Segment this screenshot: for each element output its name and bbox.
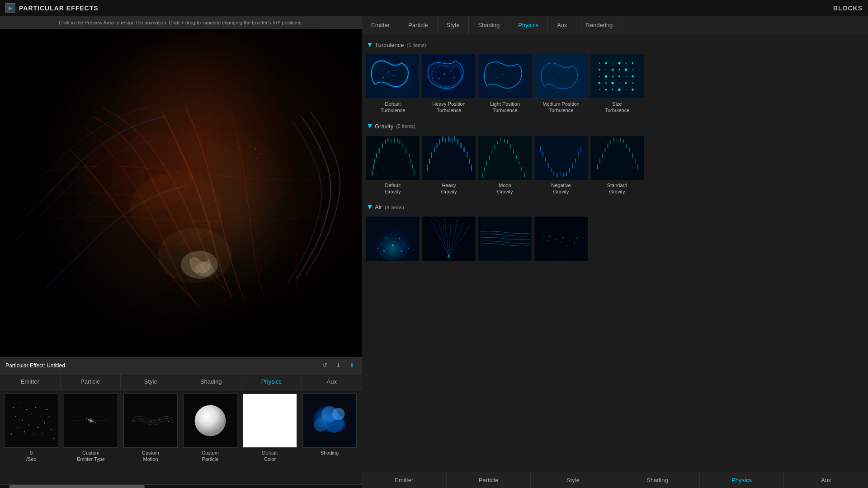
grid-air-4[interactable] [534, 216, 588, 263]
svg-rect-244 [563, 173, 564, 177]
svg-rect-235 [486, 161, 487, 165]
grid-default-gravity[interactable]: DefaultGravity [366, 135, 420, 195]
right-tab-rendering[interactable]: Rendering [576, 16, 622, 34]
svg-point-159 [612, 63, 613, 64]
svg-point-32 [10, 433, 12, 435]
svg-rect-272 [637, 164, 638, 169]
tab-emitter[interactable]: Emitter [0, 374, 61, 389]
preset-thumb-emitter [64, 394, 118, 448]
right-tab-emitter[interactable]: Emitter [362, 16, 399, 34]
save-icon[interactable]: ⬇ [334, 361, 343, 370]
svg-rect-220 [429, 159, 430, 164]
svg-point-8 [74, 241, 75, 242]
svg-point-46 [159, 419, 160, 420]
preset-shading[interactable]: Shading [300, 394, 359, 456]
svg-point-25 [33, 434, 34, 435]
scrollbar-thumb[interactable] [9, 485, 145, 488]
air-toggle[interactable] [368, 205, 372, 210]
svg-point-307 [574, 243, 575, 244]
preset-emitter-type[interactable]: CustomEmitter Type [61, 394, 120, 463]
reset-icon[interactable]: ↺ [320, 361, 329, 370]
right-tab-physics[interactable]: Physics [509, 16, 548, 34]
thumb-default-turbulence [366, 54, 420, 99]
svg-rect-253 [542, 152, 543, 157]
air-section-header[interactable]: Air (9 items) [366, 200, 864, 214]
grid-label-medium-turbulence: Medium PositionTurbulence [542, 101, 579, 114]
svg-point-186 [632, 89, 634, 91]
right-bottom-tab-particle[interactable]: Particle [447, 472, 531, 488]
right-tab-aux[interactable]: Aux [548, 16, 576, 34]
preset-motion[interactable]: CustomMotion [121, 394, 180, 463]
grid-air-1[interactable] [366, 216, 420, 263]
preset-thumb-color [243, 394, 297, 448]
svg-point-296 [549, 236, 551, 237]
right-bottom-tab-shading[interactable]: Shading [615, 472, 700, 488]
turbulence-toggle[interactable] [368, 43, 372, 47]
svg-rect-256 [580, 147, 581, 152]
grid-default-turbulence[interactable]: DefaultTurbulence [366, 54, 420, 114]
air-label: Air [375, 204, 382, 211]
preset-partial[interactable]: 0/Sec [2, 394, 61, 463]
svg-point-185 [626, 89, 627, 90]
svg-point-152 [562, 77, 563, 78]
svg-rect-240 [524, 173, 524, 177]
svg-point-21 [40, 416, 41, 417]
grid-moon-gravity[interactable]: MoonGravity [478, 135, 532, 195]
status-text: Particular Effect: Untitled [5, 362, 65, 369]
svg-rect-222 [427, 164, 428, 171]
gravity-toggle[interactable] [368, 124, 372, 128]
tab-aux[interactable]: Aux [302, 374, 362, 389]
svg-rect-270 [635, 159, 635, 164]
right-bottom-tab-style[interactable]: Style [531, 472, 615, 488]
svg-rect-221 [469, 159, 470, 164]
svg-rect-227 [497, 141, 498, 144]
svg-rect-251 [545, 158, 546, 162]
svg-rect-239 [482, 173, 482, 177]
svg-rect-215 [460, 142, 461, 148]
grid-size-turbulence[interactable]: SizeTurbulence [590, 54, 644, 114]
preset-color[interactable]: DefaultColor [241, 394, 299, 463]
svg-point-137 [382, 70, 382, 71]
svg-point-16 [26, 409, 28, 410]
tab-shading[interactable]: Shading [181, 374, 242, 389]
preset-particle[interactable]: CustomParticle [181, 394, 240, 463]
grid-light-turbulence[interactable]: Light PositionTurbulence [478, 54, 532, 114]
tab-style[interactable]: Style [121, 374, 181, 389]
svg-point-182 [605, 89, 607, 90]
thumb-medium-turbulence [534, 54, 588, 99]
svg-rect-263 [607, 143, 608, 148]
right-tab-shading[interactable]: Shading [469, 16, 509, 34]
svg-point-6 [264, 151, 264, 151]
grid-standard-gravity[interactable]: StandardGravity [590, 135, 644, 195]
info-icon[interactable]: ℹ [347, 361, 356, 370]
preview-area[interactable] [0, 29, 362, 357]
grid-air-2[interactable] [422, 216, 476, 263]
blocks-label: BLOCKS [833, 5, 863, 12]
air-count: (9 items) [385, 205, 404, 210]
turbulence-section-header[interactable]: Turbulence (5 items) [366, 38, 864, 52]
tab-particle[interactable]: Particle [61, 374, 121, 389]
svg-rect-249 [548, 163, 549, 168]
grid-negative-gravity[interactable]: NegativeGravity [534, 135, 588, 195]
gravity-section-header[interactable]: Gravity (5 items) [366, 119, 864, 133]
svg-point-49 [195, 405, 226, 436]
right-bottom-tab-emitter[interactable]: Emitter [362, 472, 447, 488]
svg-rect-217 [463, 147, 464, 152]
right-tab-style[interactable]: Style [438, 16, 469, 34]
play-button[interactable]: ▶ [5, 3, 15, 13]
grid-medium-turbulence[interactable]: Medium PositionTurbulence [534, 54, 588, 114]
svg-rect-204 [372, 170, 373, 175]
svg-rect-234 [516, 155, 517, 159]
right-tab-particle[interactable]: Particle [399, 16, 437, 34]
svg-rect-208 [445, 137, 446, 142]
grid-heavy-gravity[interactable]: HeavyGravity [422, 135, 476, 195]
horizontal-scrollbar[interactable] [0, 484, 362, 488]
svg-point-303 [547, 240, 548, 241]
tab-physics[interactable]: Physics [241, 374, 302, 389]
bottom-preset-scroll[interactable]: 0/Sec [0, 390, 362, 484]
right-bottom-tab-physics[interactable]: Physics [700, 472, 784, 488]
right-bottom-tab-aux[interactable]: Aux [784, 472, 868, 488]
grid-heavy-turbulence[interactable]: Heavy PositionTurbulence [422, 54, 476, 114]
grid-air-3[interactable] [478, 216, 532, 263]
svg-point-300 [576, 238, 577, 239]
